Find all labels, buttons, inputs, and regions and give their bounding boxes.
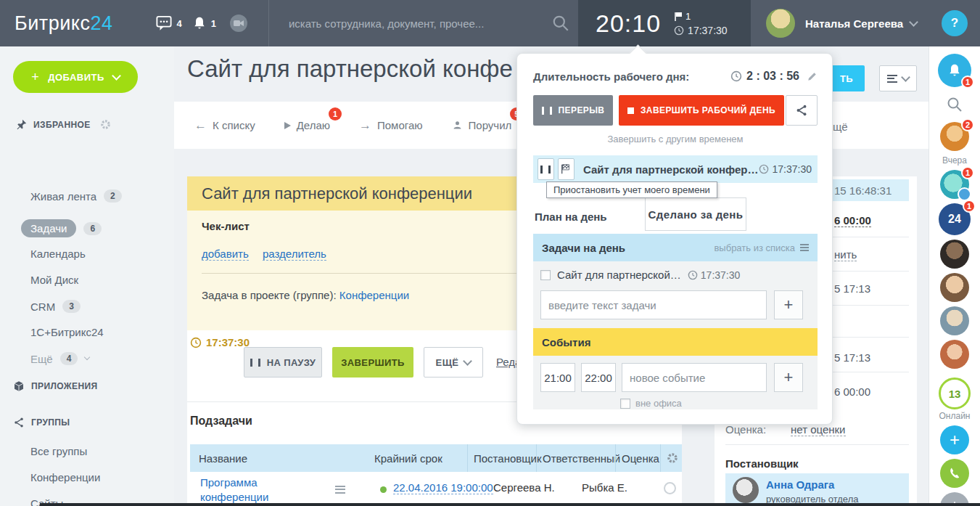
rating-label: Оценка:: [725, 423, 766, 436]
favorites-section-header[interactable]: ИЗБРАННОЕ: [16, 119, 111, 130]
project-label: Задача в проекте (группе):: [202, 289, 337, 301]
details-fragment-link[interactable]: нить: [834, 248, 857, 261]
subtask-deadline-link[interactable]: 22.04.2016 19:00:00: [393, 481, 493, 494]
checkered-flag-icon: [560, 163, 572, 175]
user-avatar[interactable]: [766, 9, 795, 38]
event-time-to-input[interactable]: [581, 363, 616, 392]
add-day-task-button[interactable]: +: [774, 290, 803, 319]
project-link[interactable]: Конференции: [339, 289, 409, 301]
sidebar-item-more[interactable]: Ещё4: [30, 352, 89, 365]
creator-card: Анна Одрага руководитель отдела: [725, 473, 909, 506]
rail-avatar-5[interactable]: [940, 306, 969, 335]
rail-add-button[interactable]: +: [940, 425, 969, 454]
tooltip: Приостановить учет моего времени: [546, 181, 717, 198]
current-task-title[interactable]: Сайт для партнерской конфер…: [583, 163, 759, 176]
new-task-input[interactable]: [540, 290, 767, 319]
sidebar-item-1c-bitrix24[interactable]: 1С+Битрикс24: [30, 326, 104, 338]
finish-workday-button[interactable]: ЗАВЕРШИТЬ РАБОЧИЙ ДЕНЬ: [619, 95, 784, 126]
tab-helping[interactable]: → Помогаю: [359, 118, 423, 133]
add-button[interactable]: + ДОБАВИТЬ: [13, 61, 138, 93]
table-gear-icon[interactable]: [660, 444, 678, 472]
messages-count: 4: [176, 18, 181, 29]
sidebar-item-live-feed[interactable]: Живая лента2: [30, 189, 122, 203]
gear-icon[interactable]: [100, 119, 111, 130]
details-fragment-date3: 6 00:00: [834, 385, 870, 398]
sidebar-item-conferences[interactable]: Конференции: [30, 471, 100, 483]
rail-avatar-4[interactable]: [940, 273, 969, 302]
subtask-row[interactable]: Программа конференции 22.04.2016 19:00:0…: [190, 472, 682, 506]
global-search-input[interactable]: [287, 17, 508, 30]
view-settings-button[interactable]: [879, 65, 917, 91]
tab-back-to-list[interactable]: ← К списку: [194, 118, 255, 133]
status-dot: [380, 486, 387, 493]
checklist-add-link[interactable]: добавить: [202, 248, 249, 261]
notifications-count: 1: [211, 18, 216, 29]
sidebar-item-my-drive[interactable]: Мой Диск: [30, 274, 78, 286]
finish-other-time-link[interactable]: Завершить с другим временем: [533, 134, 818, 144]
rail-notifications-button[interactable]: 1: [938, 54, 971, 87]
creator-avatar[interactable]: [733, 477, 759, 503]
page-title: Сайт для партнерской конфе: [187, 55, 513, 83]
checklist-divider-link[interactable]: разделитель: [263, 248, 326, 261]
rating-value-link[interactable]: нет оценки: [791, 423, 846, 436]
avatar-badge: 1: [963, 200, 976, 213]
rail-call-button[interactable]: [940, 459, 969, 488]
break-button[interactable]: ПЕРЕРЫВ: [533, 95, 613, 126]
add-event-button[interactable]: +: [774, 363, 803, 392]
search-icon[interactable]: [551, 14, 570, 33]
rail-bitrix24-avatar[interactable]: 24 1: [939, 203, 971, 235]
details-fragment-deadline[interactable]: 6 00:00: [834, 214, 871, 227]
messages-icon[interactable]: [156, 15, 172, 31]
out-of-office-checkbox[interactable]: [620, 399, 630, 409]
timer-clock-icon: [674, 25, 684, 36]
more-button[interactable]: ЕЩЁ: [424, 347, 483, 378]
groups-section-header[interactable]: ГРУППЫ: [13, 417, 70, 428]
right-rail: 1 2 Вчера 1 24 1 13 Онлайн +: [928, 46, 980, 506]
share-button[interactable]: [786, 95, 818, 126]
tab-assigned[interactable]: Поручил 5: [452, 119, 512, 131]
phone-icon: [947, 466, 962, 481]
online-counter[interactable]: 13: [939, 378, 971, 409]
tab-done-for-day[interactable]: Сделано за день: [645, 197, 746, 231]
notifications-bell-icon[interactable]: [192, 15, 207, 31]
video-cloud-icon[interactable]: [229, 14, 248, 33]
creator-name-link[interactable]: Анна Одрага: [766, 478, 834, 491]
tab-plan-for-day[interactable]: План на день: [535, 211, 607, 223]
current-time: 20:10: [596, 9, 661, 38]
pick-from-list-link[interactable]: выбрать из списка: [714, 242, 809, 253]
col-name: Название: [199, 444, 247, 472]
profile-area[interactable]: Наталья Сергеева: [751, 0, 928, 46]
sidebar: + ДОБАВИТЬ ИЗБРАННОЕ Живая лента2 Задачи…: [0, 46, 174, 506]
work-time-widget[interactable]: 20:10 1 17:37:30: [578, 0, 751, 46]
sidebar-item-tasks[interactable]: Задачи6: [30, 219, 102, 237]
finish-button[interactable]: ЗАВЕРШИТЬ: [332, 347, 413, 378]
new-event-input[interactable]: [622, 363, 767, 392]
tab-doing[interactable]: Делаю 1: [284, 119, 330, 131]
bell-icon: [947, 62, 962, 78]
share-icon: [13, 417, 25, 428]
pin-icon: [16, 119, 27, 130]
drag-handle-icon[interactable]: [335, 483, 345, 495]
rail-avatar-2[interactable]: 1: [940, 170, 969, 199]
subtask-rating-radio[interactable]: [664, 482, 676, 494]
edit-duration-pencil-icon[interactable]: [807, 71, 818, 82]
task-checkbox[interactable]: [540, 270, 551, 280]
rail-avatar-1[interactable]: 2: [940, 122, 969, 151]
sidebar-item-crm[interactable]: CRM3: [30, 300, 81, 313]
help-button[interactable]: ?: [942, 10, 968, 36]
sidebar-item-calendar[interactable]: Календарь: [30, 248, 86, 260]
popup-arrow: [629, 44, 646, 62]
rail-search-icon[interactable]: [946, 96, 963, 113]
clock-icon: [688, 270, 698, 280]
subtask-name-link[interactable]: Программа конференции: [200, 476, 295, 505]
rail-avatar-6[interactable]: [940, 340, 969, 369]
bitrix24-logo[interactable]: Битрикс24: [15, 12, 112, 35]
finish-task-flag-button[interactable]: [558, 158, 575, 180]
rail-avatar-3[interactable]: [940, 240, 969, 269]
apps-section-header[interactable]: ПРИЛОЖЕНИЯ: [13, 380, 98, 392]
event-time-from-input[interactable]: [540, 363, 575, 392]
sidebar-item-all-groups[interactable]: Все группы: [30, 445, 87, 457]
pause-tracking-button[interactable]: [538, 158, 554, 180]
day-task-title[interactable]: Сайт для партнерской…: [557, 269, 681, 281]
pause-button[interactable]: НА ПАУЗУ: [244, 347, 322, 378]
